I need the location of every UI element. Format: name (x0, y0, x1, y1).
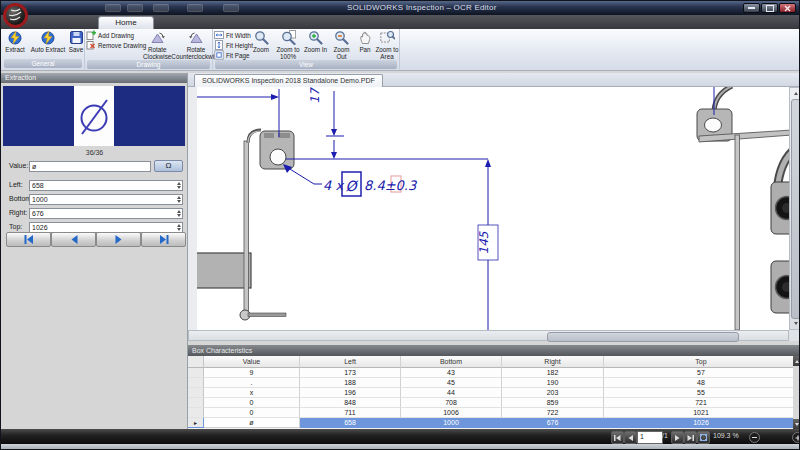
scroll-up-icon[interactable] (791, 89, 800, 98)
zoom-to-100-icon (281, 30, 296, 45)
next-record-button[interactable] (96, 232, 141, 247)
zoom-out-icon (334, 30, 349, 45)
first-page-icon (613, 434, 622, 442)
group-label-general: General (4, 59, 82, 68)
col-header-top[interactable]: Top (604, 356, 799, 368)
table-scroll-down-icon[interactable] (793, 419, 800, 429)
first-record-button[interactable] (6, 232, 51, 247)
table-row[interactable]: 0 848 708 859 721 (188, 398, 800, 408)
ribbon-group-general: Extract Auto Extract Save (2, 29, 85, 69)
document-tab[interactable]: SOLIDWORKS Inspection 2018 Standalone De… (194, 74, 383, 88)
quick-access-icon[interactable] (187, 4, 203, 12)
auto-extract-button[interactable]: Auto Extract (28, 29, 68, 53)
first-record-icon (22, 234, 36, 245)
fit-view-icon (699, 433, 708, 442)
window-bottom-edge (1, 444, 800, 450)
part-geometry-left (188, 130, 294, 320)
zoom-slider-minus-button[interactable] (749, 432, 760, 443)
right-spinner[interactable] (175, 208, 182, 219)
table-row-selected[interactable]: ▸ ø 658 1000 676 1026 (188, 418, 800, 428)
extraction-panel-title: Extraction (1, 73, 187, 83)
zoom-to-area-icon (380, 30, 395, 45)
zoom-slider-plus-button[interactable] (792, 432, 800, 443)
zoom-out-button[interactable]: Zoom Out (328, 29, 355, 60)
vertical-scroll-thumb[interactable] (791, 99, 800, 319)
table-row[interactable]: . 188 45 190 48 (188, 378, 800, 388)
bottom-spinner[interactable] (175, 194, 182, 205)
auto-extract-icon (41, 30, 56, 45)
callout-prefix-text: 4 x (323, 178, 344, 193)
zoom-button[interactable]: Zoom (249, 29, 273, 53)
bottom-input[interactable] (29, 194, 183, 205)
special-characters-button[interactable]: Ω (154, 160, 183, 172)
callout-tolerance-text: 8.4±0.3 (364, 178, 418, 193)
next-page-button[interactable] (671, 431, 684, 444)
zoom-in-button[interactable]: Zoom In (303, 29, 328, 53)
rotate-clockwise-button[interactable]: Rotate Clockwise (143, 29, 171, 60)
table-row[interactable]: 0 711 1006 722 1021 (188, 408, 800, 418)
pan-button[interactable]: Pan (355, 29, 375, 53)
horizontal-scroll-thumb[interactable] (547, 332, 739, 342)
fit-width-icon (214, 30, 224, 40)
canvas-vertical-scrollbar[interactable] (789, 87, 800, 330)
dim-17-text: 17 (308, 87, 322, 104)
close-button[interactable] (779, 3, 796, 13)
remove-drawing-button[interactable]: Remove Drawing (85, 40, 143, 50)
fit-page-button[interactable]: Fit Page (213, 50, 249, 60)
table-scroll-up-icon[interactable] (793, 356, 800, 366)
current-row-marker: ▸ (188, 418, 204, 428)
table-row[interactable]: x 196 44 203 55 (188, 388, 800, 398)
maximize-button[interactable] (761, 3, 778, 13)
table-scrollbar[interactable] (793, 356, 800, 429)
col-header-value[interactable]: Value (204, 356, 300, 368)
col-header-bottom[interactable]: Bottom (401, 356, 502, 368)
last-record-button[interactable] (141, 232, 186, 247)
part-geometry-right (697, 87, 800, 330)
right-input[interactable] (29, 208, 183, 219)
extract-button[interactable]: Extract (2, 29, 28, 53)
save-icon (69, 30, 84, 45)
last-record-icon (157, 234, 171, 245)
zoom-to-100-button[interactable]: Zoom to 100% (273, 29, 303, 60)
quick-access-icon[interactable] (153, 4, 169, 12)
col-header-left[interactable]: Left (300, 356, 401, 368)
table-header-row: Value Left Bottom Right Top (188, 356, 800, 368)
tab-home[interactable]: Home (98, 16, 154, 29)
maximize-icon (766, 5, 774, 12)
zoom-to-area-button[interactable]: Zoom to Area (375, 29, 399, 60)
previous-page-icon (626, 434, 635, 442)
quick-access-icon[interactable] (127, 4, 143, 12)
close-icon (784, 5, 791, 12)
value-input[interactable] (29, 161, 151, 172)
save-button[interactable]: Save (68, 29, 84, 53)
previous-page-button[interactable] (624, 431, 637, 444)
table-row[interactable]: 9 173 43 182 57 (188, 368, 800, 378)
canvas-horizontal-scrollbar[interactable] (188, 330, 789, 341)
remove-drawing-icon (86, 40, 96, 50)
fit-height-button[interactable]: Fit Height (213, 40, 249, 50)
add-drawing-button[interactable]: Add Drawing (85, 30, 143, 40)
quick-access-icon[interactable] (223, 4, 239, 12)
first-page-button[interactable] (611, 431, 624, 444)
fit-page-icon (214, 50, 224, 60)
right-label: Right: (9, 209, 27, 216)
col-header-right[interactable]: Right (502, 356, 604, 368)
box-characteristics-title: Box Characteristics (188, 345, 800, 356)
quick-access-icon[interactable] (105, 4, 121, 12)
left-input[interactable] (29, 180, 183, 191)
fit-width-button[interactable]: Fit Width (213, 30, 249, 40)
scroll-down-icon[interactable] (791, 319, 800, 328)
page-number-input[interactable]: 1 (637, 431, 663, 444)
zoom-percent-label: 109.3 % (713, 432, 739, 439)
diameter-symbol-icon (76, 93, 112, 139)
left-spinner[interactable] (175, 180, 182, 191)
fit-view-button[interactable] (697, 431, 710, 444)
previous-record-button[interactable] (51, 232, 96, 247)
last-page-button[interactable] (684, 431, 697, 444)
ribbon-group-drawing: Add Drawing Remove Drawing (85, 29, 213, 69)
drawing-canvas[interactable]: 17 145 4 x Ø 8.4±0.3 (188, 87, 800, 330)
dimension-lines (197, 87, 714, 330)
add-drawing-icon (86, 30, 96, 40)
minimize-button[interactable] (743, 3, 760, 13)
ocr-preview (3, 86, 185, 146)
